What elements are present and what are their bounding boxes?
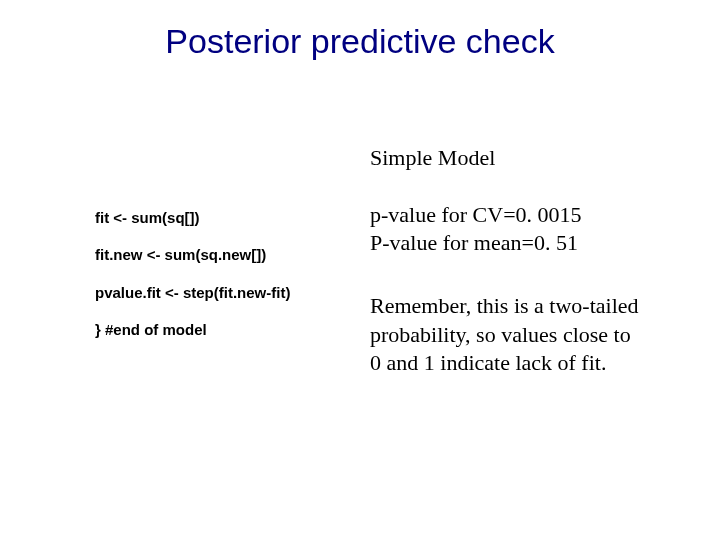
code-line-3: pvalue.fit <- step(fit.new-fit) (95, 284, 355, 303)
pvalue-block: p-value for CV=0. 0015 P-value for mean=… (370, 201, 640, 256)
code-line-1: fit <- sum(sq[]) (95, 209, 355, 228)
model-heading: Simple Model (370, 145, 640, 171)
note-text: Remember, this is a two-tailed probabili… (370, 292, 640, 378)
slide-title: Posterior predictive check (0, 22, 720, 61)
code-line-2: fit.new <- sum(sq.new[]) (95, 246, 355, 265)
code-line-4: } #end of model (95, 321, 355, 340)
pvalue-mean: P-value for mean=0. 51 (370, 229, 640, 257)
pvalue-cv: p-value for CV=0. 0015 (370, 201, 640, 229)
right-column: Simple Model p-value for CV=0. 0015 P-va… (370, 145, 640, 378)
code-block: fit <- sum(sq[]) fit.new <- sum(sq.new[]… (95, 190, 355, 359)
slide: Posterior predictive check fit <- sum(sq… (0, 0, 720, 540)
